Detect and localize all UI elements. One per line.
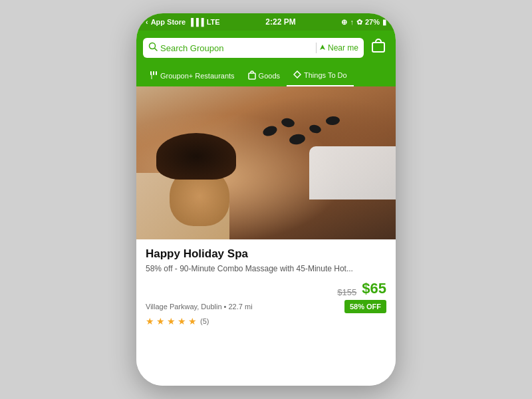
globe-icon: ⊕ [341,18,347,27]
app-header: Search Groupon Near me [136,31,396,86]
phone-frame: ‹ App Store ▐▐▐ LTE 2:22 PM ⊕ ↑ ✿ 27% ▮ [136,13,396,386]
search-placeholder[interactable]: Search Groupon [160,43,313,53]
back-arrow[interactable]: ‹ [146,18,148,26]
deal-location-row: Village Parkway, Dublin • 22.7 mi 58% OF… [146,300,386,313]
svg-rect-5 [153,71,154,75]
deal-location: Village Parkway, Dublin • 22.7 mi [146,303,253,311]
star-2: ★ [156,316,165,327]
status-right: ⊕ ↑ ✿ 27% ▮ [341,18,386,27]
tab-groupon-plus-label: Groupon+ Restaurants [160,72,235,80]
near-me-label: Near me [328,43,358,53]
deal-description: 58% off - 90-Minute Combo Massage with 4… [146,263,386,275]
cart-button[interactable] [368,36,389,60]
tab-things-to-do[interactable]: Things To Do [287,65,354,86]
search-divider [316,43,317,53]
direction-icon: ↑ [350,18,354,26]
svg-rect-6 [156,71,157,75]
deal-discount-badge: 58% OFF [344,300,386,313]
tab-goods-label: Goods [259,72,280,80]
signal-bars: ▐▐▐ [188,18,203,26]
tab-goods[interactable]: Goods [241,65,287,86]
bluetooth-icon: ✿ [356,18,362,27]
svg-marker-9 [294,71,301,78]
search-icon [148,42,158,54]
svg-line-1 [155,49,158,51]
battery-icon: ▮ [382,18,386,27]
deal-title[interactable]: Happy Holiday Spa [146,247,386,261]
svg-rect-3 [372,43,384,52]
tab-groupon-plus[interactable]: Groupon+ Restaurants [143,65,241,86]
hair [156,133,236,180]
white-towel [309,146,396,200]
sale-price: $65 [362,280,386,297]
star-5-half: ★ [188,316,197,327]
status-left: ‹ App Store ▐▐▐ LTE [146,18,220,26]
bag-icon [248,70,256,81]
original-price: $155 [337,287,356,297]
fork-icon [150,70,158,81]
network-type: LTE [207,18,220,26]
deal-image[interactable] [136,86,396,239]
search-bar[interactable]: Search Groupon Near me [143,38,364,58]
navigation-icon [319,43,326,53]
app-store-label[interactable]: App Store [151,18,186,26]
battery-percent: 27% [365,18,380,26]
status-bar: ‹ App Store ▐▐▐ LTE 2:22 PM ⊕ ↑ ✿ 27% ▮ [136,13,396,31]
nav-tabs: Groupon+ Restaurants Goods Things To [143,65,389,86]
stars-row: ★ ★ ★ ★ ★ (5) [146,316,386,327]
star-1: ★ [146,316,154,327]
svg-rect-8 [249,73,255,79]
diamond-icon [293,70,301,80]
near-me-button[interactable]: Near me [319,43,358,53]
svg-marker-2 [320,45,325,50]
tab-things-to-do-label: Things To Do [304,71,347,79]
deal-pricing: $155 $65 [146,280,386,297]
star-3: ★ [167,316,176,327]
star-4: ★ [178,316,186,327]
main-content: Happy Holiday Spa 58% off - 90-Minute Co… [136,86,396,386]
review-count: (5) [200,317,209,325]
deal-info: Happy Holiday Spa 58% off - 90-Minute Co… [136,239,396,332]
status-time: 2:22 PM [265,17,295,27]
search-row: Search Groupon Near me [143,36,389,60]
svg-rect-7 [152,74,152,79]
